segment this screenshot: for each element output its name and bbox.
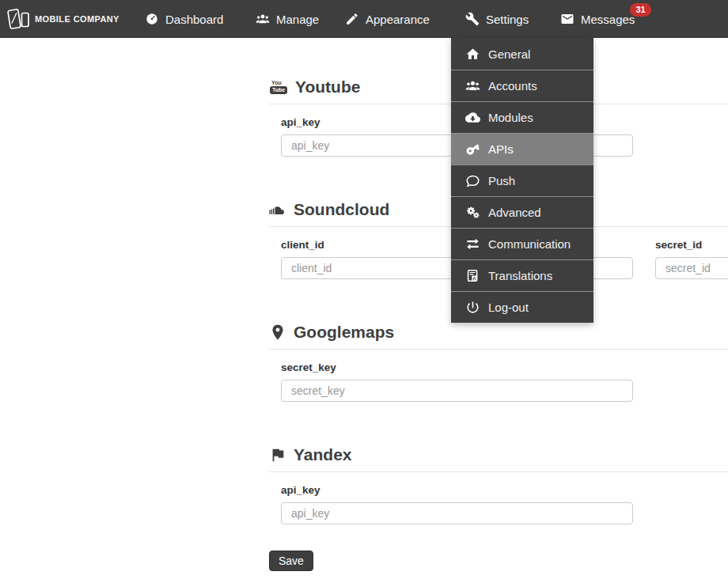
users-icon [256,12,270,26]
section-title: Yandex [269,444,728,465]
nav-item-appearance[interactable]: Appearance [345,0,430,38]
flag-icon [269,446,286,464]
settings-dropdown-menu: General Accounts Modules APIs Push [451,38,593,323]
youtube-icon: You Tube [269,80,288,94]
envelope-icon [560,12,574,26]
menu-item-advanced[interactable]: Advanced [451,196,593,228]
gears-icon [465,205,480,220]
menu-item-label: Communication [488,237,571,251]
users-icon [465,78,480,93]
svg-text:A: A [472,276,476,281]
field-api-key: api_key [281,472,633,524]
messages-count-badge: 31 [630,3,650,17]
nav-item-settings[interactable]: Settings [465,0,529,38]
field-label: api_key [281,484,633,496]
map-marker-icon [269,324,286,341]
nav-item-label: Manage [276,13,319,26]
nav-item-manage[interactable]: Manage [256,0,319,38]
field-label: secret_key [281,361,633,373]
menu-item-communication[interactable]: Communication [451,228,593,259]
yandex-api-key-input[interactable] [281,502,633,524]
exchange-icon [465,237,480,252]
section-title-text: Youtube [295,78,360,96]
menu-item-modules[interactable]: Modules [451,101,593,133]
cloud-download-icon [465,110,480,125]
nav-item-label: Appearance [366,13,430,26]
save-button[interactable]: Save [269,551,313,571]
nav-item-label: Messages [581,13,635,26]
section-googlemaps: Googlemaps secret_key [269,321,728,402]
nav-item-label: Dashboard [165,13,223,26]
soundcloud-secret-id-input[interactable] [655,257,728,279]
menu-item-label: Accounts [488,79,537,93]
pencil-icon [345,12,359,26]
power-icon [465,300,480,315]
home-icon [465,47,480,62]
menu-item-label: General [488,47,530,61]
field-label: secret_id [655,239,728,251]
menu-item-label: APIs [488,142,514,156]
wrench-icon [465,12,480,26]
soundcloud-icon [269,201,286,218]
section-title-text: Yandex [294,445,352,464]
menu-item-logout[interactable]: Log-out [451,291,593,323]
menu-item-label: Advanced [488,206,541,219]
nav-item-dashboard[interactable]: Dashboard [145,0,223,38]
menu-item-general[interactable]: General [451,38,593,70]
menu-item-label: Modules [488,111,533,124]
section-title: Googlemaps [269,321,728,342]
field-secret-key: secret_key [281,350,633,402]
menu-item-label: Translations [488,269,552,282]
nav-item-label: Settings [486,13,529,26]
googlemaps-secret-key-input[interactable] [281,380,633,402]
menu-item-accounts[interactable]: Accounts [451,70,593,101]
key-icon [465,142,480,157]
brand-logo[interactable]: MOBILE COMPANY [6,0,119,38]
section-title-text: Googlemaps [294,323,394,342]
menu-item-label: Push [488,174,515,187]
dashboard-icon [145,12,159,26]
menu-item-push[interactable]: Push [451,165,593,196]
section-title-text: Soundcloud [294,200,389,219]
field-secret-id: secret_id [655,227,728,279]
menu-item-label: Log-out [488,301,529,314]
comment-icon [465,173,480,188]
nav-item-messages[interactable]: Messages 31 [560,0,635,38]
top-navbar: MOBILE COMPANY Dashboard Manage Appearan… [0,0,728,38]
section-yandex: Yandex api_key [269,444,728,524]
brand-name: MOBILE COMPANY [35,14,119,24]
translations-icon: A [465,268,480,283]
menu-item-translations[interactable]: A Translations [451,259,593,291]
mobile-phones-icon [6,6,30,32]
menu-item-apis[interactable]: APIs [451,133,593,165]
